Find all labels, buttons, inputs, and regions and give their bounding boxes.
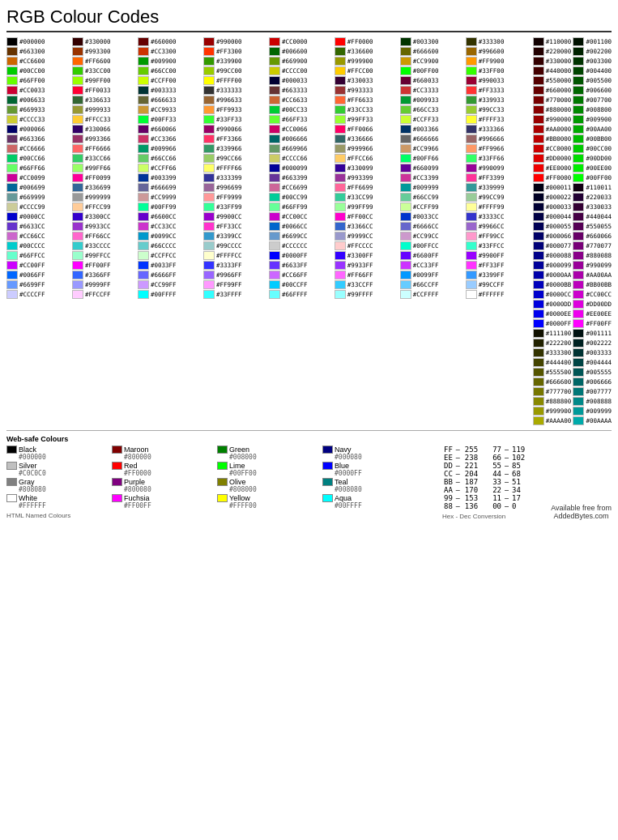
color-entry: #CC33CC: [138, 222, 202, 231]
named-color-name: Green: [229, 446, 249, 454]
right-color-entry: #0000BB: [533, 280, 572, 289]
color-code: #3300FF: [347, 252, 373, 259]
right-color-entry: #770077: [573, 241, 612, 250]
color-code: #CC33CC: [151, 223, 177, 230]
color-code: #66CCFF: [413, 281, 439, 288]
color-swatch: [269, 261, 280, 270]
color-swatch: [335, 134, 346, 143]
color-code: #CC0066: [282, 126, 308, 133]
color-swatch: [203, 241, 215, 250]
color-swatch: [466, 105, 477, 114]
color-swatch: [269, 241, 280, 250]
color-entry: #0033FF: [138, 261, 202, 270]
color-code: #FF33CC: [216, 223, 242, 230]
color-swatch: [138, 222, 149, 231]
color-code: #333366: [479, 126, 505, 133]
color-entry: #00CC99: [269, 193, 333, 202]
color-swatch: [6, 76, 18, 85]
color-code: #009999: [413, 184, 439, 191]
color-entry: #FF33CC: [203, 222, 267, 231]
right-color-entry: #AAAA00: [533, 416, 572, 425]
color-code: #336633: [85, 96, 111, 104]
color-code: #003399: [151, 174, 177, 181]
color-swatch: [269, 164, 280, 173]
color-swatch: [269, 203, 280, 211]
color-code: #FFFFFF: [479, 291, 505, 298]
color-code: #666699: [151, 184, 177, 191]
right-color-entry: #550055: [573, 222, 612, 231]
color-code: #000000: [19, 38, 45, 45]
right-color-entry: #002222: [573, 339, 612, 348]
color-code: #CC3366: [151, 135, 177, 143]
color-swatch: [400, 134, 411, 143]
color-entry: #6699CC: [269, 232, 333, 241]
color-entry: #99CC66: [203, 154, 267, 163]
color-entry: #CC9966: [400, 144, 464, 153]
color-entry: #330033: [335, 76, 399, 85]
color-entry: #CCFF99: [400, 203, 464, 211]
color-swatch: [203, 115, 215, 124]
named-color-hex: #000000: [6, 454, 112, 461]
color-code: #FF9933: [216, 106, 242, 113]
color-swatch: [72, 47, 83, 56]
color-swatch: [466, 37, 477, 46]
color-code: #FF66FF: [347, 271, 373, 279]
color-code: #99CC33: [479, 106, 505, 113]
color-swatch: [335, 76, 346, 85]
color-entry: #00CCFF: [269, 280, 333, 289]
color-swatch: [466, 86, 477, 95]
right-color-entry: #999900: [533, 407, 572, 416]
color-code: #660033: [413, 77, 439, 84]
color-code: #FF00CC: [347, 213, 373, 220]
color-entry: #6666FF: [138, 271, 202, 279]
color-entry: #993300: [72, 47, 136, 56]
named-color-hex: #008080: [322, 486, 428, 493]
color-swatch: [72, 280, 83, 289]
color-swatch: [466, 96, 477, 104]
color-code: #0099CC: [151, 232, 177, 240]
color-swatch: [400, 280, 411, 289]
color-entry: #CCCC00: [269, 66, 333, 75]
color-entry: #990000: [203, 37, 267, 46]
color-entry: #669999: [6, 193, 70, 202]
color-swatch: [203, 86, 215, 95]
color-entry: #9933CC: [72, 222, 136, 231]
color-code: #33CC66: [85, 155, 111, 162]
color-swatch: [269, 115, 280, 124]
color-swatch: [335, 222, 346, 231]
named-color-name: Olive: [229, 478, 246, 486]
right-color-entry: #001100: [573, 37, 612, 46]
color-entry: #660000: [138, 37, 202, 46]
color-swatch: [335, 66, 346, 75]
color-swatch: [138, 241, 149, 250]
color-code: #CC9900: [413, 58, 439, 65]
color-swatch: [6, 115, 18, 124]
color-code: #339900: [216, 58, 242, 65]
color-code: #6633FF: [282, 262, 308, 269]
color-code: #CCFFCC: [151, 252, 177, 259]
right-color-entry: #BB00BB: [573, 280, 612, 289]
color-swatch: [269, 193, 280, 202]
color-code: #99FFCC: [85, 252, 111, 259]
color-code: #999933: [85, 106, 111, 113]
color-swatch: [400, 183, 411, 192]
color-code: #FF9999: [216, 194, 242, 201]
right-color-entry: #110000: [533, 37, 572, 46]
color-swatch: [72, 290, 83, 299]
color-swatch: [203, 193, 215, 202]
color-entry: #6600CC: [138, 212, 202, 221]
color-code: #6666CC: [413, 223, 439, 230]
color-entry: #006699: [6, 183, 70, 192]
color-swatch: [203, 222, 215, 231]
color-swatch: [138, 66, 149, 75]
color-swatch: [138, 212, 149, 221]
color-swatch: [400, 115, 411, 124]
color-swatch: [269, 144, 280, 153]
color-code: #9999CC: [347, 232, 373, 240]
right-color-entry: #000077: [533, 241, 572, 250]
color-code: #FF33FF: [479, 262, 505, 269]
color-code: #CC99FF: [151, 281, 177, 288]
color-swatch: [72, 144, 83, 153]
color-code: #33CC00: [85, 67, 111, 75]
color-swatch: [203, 76, 215, 85]
